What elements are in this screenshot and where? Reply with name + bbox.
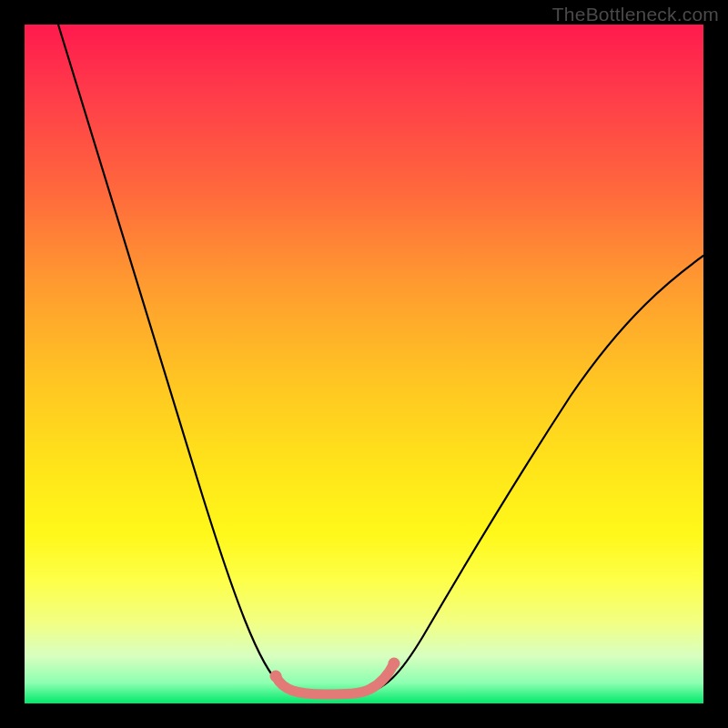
bottleneck-curve-path bbox=[58, 25, 703, 694]
watermark-text: TheBottleneck.com bbox=[552, 4, 719, 25]
highlight-dot-right bbox=[389, 658, 400, 670]
highlight-dot-left bbox=[270, 671, 282, 682]
chart-frame: TheBottleneck.com bbox=[0, 0, 728, 728]
optimum-highlight bbox=[276, 663, 394, 694]
curve-layer bbox=[25, 25, 703, 703]
plot-area bbox=[25, 25, 703, 703]
